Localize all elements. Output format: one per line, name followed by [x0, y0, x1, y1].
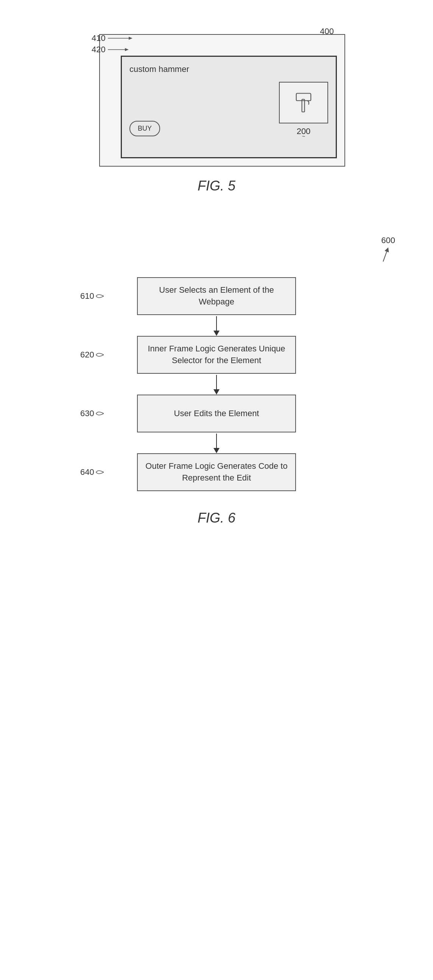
label-600: 600	[381, 235, 395, 245]
arrow-2	[214, 374, 219, 395]
curve-610	[94, 292, 106, 300]
page-container: 400 custom hammer BUY	[0, 0, 433, 980]
price-value: 200	[297, 126, 311, 136]
curve-630	[94, 410, 106, 417]
buy-button[interactable]: BUY	[130, 121, 160, 136]
flow-label-630: 630	[80, 409, 94, 418]
product-content: BUY	[130, 82, 328, 136]
curve-620	[94, 351, 106, 359]
flow-text-620: Inner Frame Logic Generates Unique Selec…	[145, 343, 288, 367]
flow-box-610: User Selects an Element of the Webpage	[137, 277, 296, 315]
label-410: 410	[92, 33, 106, 43]
flow-label-610: 610	[80, 291, 94, 301]
flow-box-620: Inner Frame Logic Generates Unique Selec…	[137, 336, 296, 374]
flow-text-640: Outer Frame Logic Generates Code to Repr…	[145, 460, 288, 484]
buy-button-area: BUY	[130, 121, 160, 136]
svg-marker-5	[125, 48, 129, 51]
fig6-section: 600 610 User Selects an Element of the W…	[0, 216, 433, 549]
flow-label-640: 640	[80, 467, 94, 477]
flowchart: 610 User Selects an Element of the Webpa…	[137, 277, 296, 491]
flow-box-640: Outer Frame Logic Generates Code to Repr…	[137, 453, 296, 491]
arrow-3	[214, 433, 219, 453]
outer-frame-410: custom hammer BUY	[99, 34, 345, 167]
fig5-section: 400 custom hammer BUY	[0, 0, 433, 216]
product-title: custom hammer	[130, 64, 328, 74]
svg-marker-7	[385, 247, 390, 252]
svg-line-6	[383, 251, 387, 261]
flow-label-620: 620	[80, 350, 94, 360]
hammer-icon	[290, 89, 317, 116]
arrow-410	[108, 35, 132, 42]
arrow-600	[374, 244, 397, 265]
hammer-box	[279, 82, 328, 123]
curve-640	[94, 468, 106, 476]
flow-text-630: User Edits the Element	[174, 408, 259, 420]
price-text: 200	[297, 126, 311, 136]
fig5-diagram: 400 custom hammer BUY	[88, 23, 345, 167]
inner-frame-420: custom hammer BUY	[121, 56, 337, 158]
flow-box-630: User Edits the Element	[137, 395, 296, 433]
label-420: 420	[92, 45, 106, 54]
svg-rect-0	[302, 99, 305, 112]
svg-marker-3	[129, 37, 132, 40]
price-area: 200	[279, 82, 328, 136]
flow-text-610: User Selects an Element of the Webpage	[145, 285, 288, 308]
arrow-1	[214, 315, 219, 336]
fig5-caption: FIG. 5	[198, 178, 235, 194]
arrow-420	[108, 46, 129, 53]
fig6-caption: FIG. 6	[198, 510, 235, 526]
